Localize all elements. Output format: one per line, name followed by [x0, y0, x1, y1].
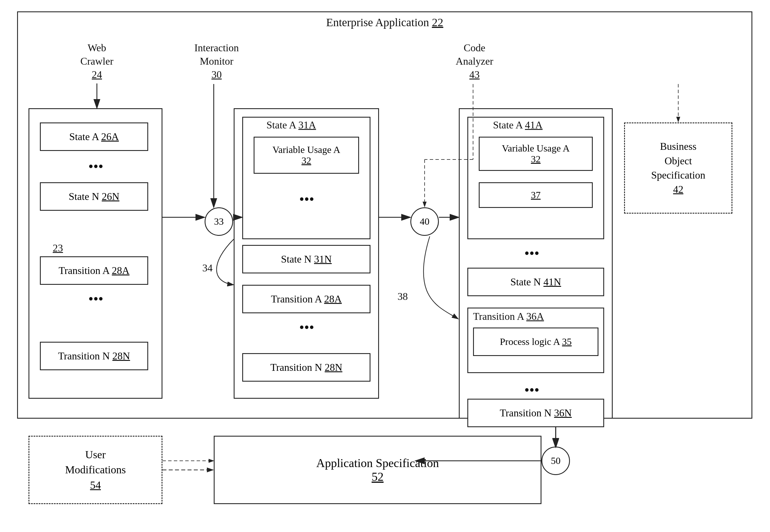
col3-state-a-header: [467, 117, 604, 239]
col3-dots-2: •••: [524, 382, 540, 398]
col2-state-n: State N 31N: [242, 245, 370, 273]
col2-var-a: Variable Usage A32: [254, 137, 359, 174]
col2-trans-a: Transition A 28A: [242, 285, 370, 313]
col3-state-a-label: State A 41A: [493, 119, 543, 131]
col2-state-a-header: [242, 117, 370, 239]
business-object-box: BusinessObjectSpecification42: [624, 122, 732, 214]
circle-33: 33: [205, 207, 233, 236]
code-analyzer-label: CodeAnalyzer43: [442, 41, 507, 81]
col2-state-a-label: State A 31A: [266, 119, 316, 131]
col3-box37: 37: [479, 182, 593, 208]
col1-trans-a: Transition A 28A: [40, 256, 148, 285]
col2-dots-1: •••: [299, 191, 314, 207]
col1-state-n: State N 26N: [40, 182, 148, 211]
user-modifications-box: UserModifications54: [28, 436, 162, 504]
col3-state-n: State N 41N: [467, 268, 604, 296]
circle-50: 50: [542, 447, 570, 475]
col1-trans-n: Transition N 28N: [40, 342, 148, 370]
col3-process-a: Process logic A 35: [473, 328, 599, 356]
enterprise-application-label: Enterprise Application 22: [256, 16, 513, 29]
app-spec-box: Application Specification52: [214, 436, 542, 504]
col3-trans-a-label: Transition A 36A: [473, 310, 544, 322]
col1-dots-2: •••: [88, 290, 103, 307]
col1-state-a: State A 26A: [40, 122, 148, 151]
col3-trans-n: Transition N 36N: [467, 399, 604, 427]
label-38: 38: [398, 290, 408, 302]
circle-40: 40: [411, 207, 439, 236]
col1-id: 23: [53, 242, 63, 254]
web-crawler-label: WebCrawler24: [60, 41, 134, 81]
col1-dots-1: •••: [88, 158, 103, 175]
col3-dots-1: •••: [524, 245, 540, 261]
col3-var-a: Variable Usage A32: [479, 137, 593, 171]
interaction-monitor-label: InteractionMonitor30: [182, 41, 251, 81]
col2-trans-n: Transition N 28N: [242, 353, 370, 382]
col2-dots-2: •••: [299, 319, 314, 335]
label-34: 34: [202, 262, 212, 274]
